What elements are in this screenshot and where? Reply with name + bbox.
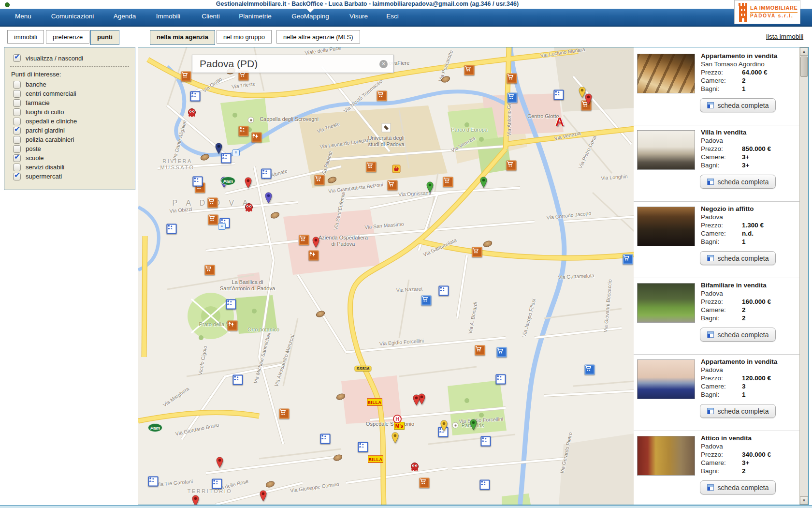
school-marker-icon[interactable] — [221, 153, 232, 164]
school-marker-icon[interactable] — [554, 90, 564, 100]
listing-card[interactable]: Bifamiliare in vendita Padova Prezzo:160… — [634, 278, 800, 355]
supermarket-marker-icon[interactable] — [208, 215, 218, 225]
bakery-marker-icon[interactable] — [201, 154, 210, 160]
transit-marker-icon[interactable]: ≡ — [232, 149, 240, 156]
supermarket-marker-icon[interactable] — [507, 161, 517, 171]
nav-item-menu[interactable]: Menu — [15, 13, 31, 20]
school-marker-icon[interactable] — [496, 374, 506, 385]
supermarket-marker-icon[interactable] — [366, 162, 377, 172]
lista-immobili-link[interactable]: lista immobili — [766, 33, 803, 40]
university-marker-icon[interactable] — [382, 123, 391, 133]
supermarket-marker-icon[interactable] — [475, 345, 485, 356]
scroll-up-icon[interactable]: ▲ — [800, 47, 808, 56]
nav-item-geomapping[interactable]: GeoMapping — [291, 13, 329, 20]
supermarket-marker-icon[interactable] — [205, 265, 215, 275]
nav-item-visure[interactable]: Visure — [349, 13, 368, 20]
nav-item-comunicazioni[interactable]: Comunicazioni — [51, 13, 94, 20]
scheda-completa-button[interactable]: scheda completa — [700, 251, 776, 265]
listing-card[interactable]: Negozio in affitto Padova Prezzo:1.300 €… — [634, 202, 800, 278]
transit-marker-icon[interactable]: ≡ — [218, 223, 226, 230]
supermarket-marker-icon[interactable] — [507, 74, 517, 84]
poi-checkbox-farmacie[interactable] — [13, 99, 21, 107]
pam-logo-icon[interactable]: Pam — [148, 423, 162, 432]
supermarket-blue-marker-icon[interactable] — [497, 347, 507, 358]
poi-checkbox-poste[interactable] — [13, 145, 21, 153]
scheda-completa-button[interactable]: scheda completa — [700, 480, 776, 494]
billa-logo-icon[interactable]: BILLA — [368, 456, 383, 463]
listing-card[interactable]: Attico in vendita Padova Prezzo:340.000 … — [634, 431, 800, 505]
nav-item-agenda[interactable]: Agenda — [114, 13, 136, 20]
map-search-input[interactable] — [192, 58, 379, 70]
nav-item-planimetrie[interactable]: Planimetrie — [239, 13, 272, 20]
bakery-marker-icon[interactable] — [336, 394, 346, 400]
supermarket-marker-icon[interactable] — [464, 65, 475, 75]
supermarket-marker-icon[interactable] — [181, 72, 191, 82]
supermarket-marker-icon[interactable] — [208, 198, 218, 208]
tab-immobili[interactable]: immobili — [7, 30, 44, 44]
tab-nel-mio-gruppo[interactable]: nel mio gruppo — [217, 30, 272, 44]
nav-item-esci[interactable]: Esci — [386, 13, 399, 20]
park-marker-icon[interactable] — [228, 321, 238, 331]
supermarket-blue-marker-icon[interactable] — [623, 254, 633, 265]
bakery-marker-icon[interactable] — [316, 311, 325, 317]
bakery-marker-icon[interactable] — [334, 455, 343, 461]
supermarket-marker-icon[interactable] — [472, 247, 482, 257]
search-clear-icon[interactable]: × — [379, 60, 388, 68]
bakery-marker-icon[interactable] — [271, 212, 280, 218]
poi-checkbox-supermercati[interactable] — [13, 173, 21, 180]
poi-checkbox-ospedali-e-cliniche[interactable] — [13, 118, 21, 125]
school-marker-icon[interactable] — [480, 480, 490, 490]
school-marker-icon[interactable] — [167, 224, 177, 234]
visualizza-nascondi-checkbox[interactable] — [13, 54, 21, 62]
pam-logo-icon[interactable]: Pam — [221, 177, 235, 185]
poi-checkbox-servizi-disabili[interactable] — [13, 164, 21, 171]
supermarket-marker-icon[interactable] — [315, 175, 325, 185]
school-marker-icon[interactable] — [261, 169, 272, 179]
school-marker-icon[interactable] — [358, 442, 368, 452]
scheda-completa-button[interactable]: scheda completa — [700, 404, 776, 418]
bakery-marker-icon[interactable] — [483, 241, 493, 247]
school-marker-icon[interactable] — [320, 434, 331, 444]
supermarket-blue-marker-icon[interactable] — [508, 93, 518, 103]
poi-checkbox-centri-commerciali[interactable] — [13, 90, 21, 98]
supermarket-marker-icon[interactable] — [420, 478, 430, 488]
sidebar-scrollbar[interactable]: ▲ ▼ — [799, 47, 808, 505]
school-marker-icon[interactable] — [193, 177, 203, 187]
supermarket-marker-icon[interactable] — [279, 409, 290, 419]
poi-checkbox-polizia-carabinieri[interactable] — [13, 136, 21, 144]
bakery-marker-icon[interactable] — [441, 76, 450, 82]
park-marker-icon[interactable] — [309, 251, 319, 261]
school-marker-icon[interactable] — [226, 299, 236, 310]
poi-checkbox-banche[interactable] — [13, 81, 21, 89]
school-marker-icon[interactable] — [190, 91, 201, 102]
tab-preferenze[interactable]: preferenze — [46, 30, 89, 44]
listing-card[interactable]: Villa in vendita Padova Prezzo:850.000 €… — [634, 125, 800, 202]
school-marker-icon[interactable] — [439, 286, 449, 296]
listing-card[interactable]: Appartamento in vendita San Tomaso Agord… — [634, 49, 800, 125]
tab-punti[interactable]: punti — [90, 30, 119, 45]
scheda-completa-button[interactable]: scheda completa — [700, 98, 776, 112]
poi-checkbox-luoghi-di-culto[interactable] — [13, 108, 21, 116]
hospital-marker-icon[interactable]: H — [393, 415, 402, 423]
supermarket-blue-marker-icon[interactable] — [421, 296, 432, 306]
school-marker-icon[interactable] — [212, 479, 222, 489]
nav-item-immobili[interactable]: Immobili — [156, 13, 180, 20]
supermarket-marker-icon[interactable] — [299, 235, 309, 245]
bakery-marker-icon[interactable] — [266, 481, 275, 487]
tab-nelle-altre-agenzie-mls-[interactable]: nelle altre agenzie (MLS) — [276, 30, 360, 44]
playground-marker-icon[interactable] — [239, 126, 249, 136]
map-canvas[interactable]: Via TriesteVia TriesteVia Nicolò Tommase… — [138, 47, 635, 505]
supermarket-marker-icon[interactable] — [388, 180, 398, 191]
bakery-marker-icon[interactable] — [328, 177, 337, 183]
tab-nella-mia-agenzia[interactable]: nella mia agenzia — [150, 30, 215, 45]
school-marker-icon[interactable] — [481, 436, 491, 447]
park-marker-icon[interactable] — [252, 133, 262, 143]
supermarket-marker-icon[interactable] — [377, 91, 387, 101]
poi-checkbox-parchi-giardini[interactable] — [13, 127, 21, 134]
billa-logo-icon[interactable]: BILLA — [367, 399, 382, 406]
letter-a-marker[interactable]: A — [555, 115, 564, 129]
supermarket-blue-marker-icon[interactable] — [585, 365, 595, 375]
poi-checkbox-scuole[interactable] — [13, 154, 21, 162]
scrollbar-thumb[interactable] — [800, 57, 808, 77]
scheda-completa-button[interactable]: scheda completa — [700, 175, 776, 189]
